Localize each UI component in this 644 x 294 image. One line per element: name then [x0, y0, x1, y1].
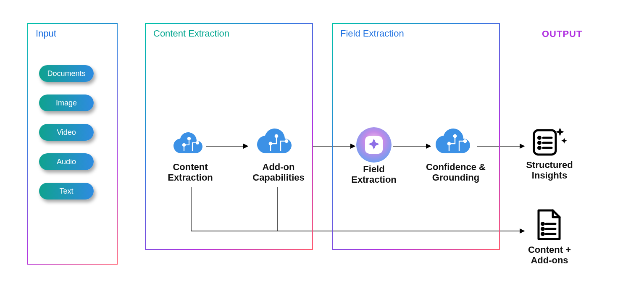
svg-point-7	[183, 144, 185, 146]
content-extraction-node-label: Content Extraction	[163, 162, 218, 183]
svg-point-13	[454, 135, 456, 137]
svg-point-27	[542, 233, 544, 235]
cloud-ai-icon	[172, 130, 206, 160]
field-extraction-title: Field Extraction	[340, 28, 404, 39]
sparkle-orb-icon	[355, 126, 393, 164]
input-chip-audio: Audio	[39, 153, 94, 170]
svg-point-14	[464, 140, 466, 142]
input-chip-documents: Documents	[39, 65, 94, 82]
cloud-ai-icon	[256, 126, 296, 160]
confidence-grounding-node-label: Confidence & Grounding	[424, 162, 487, 183]
svg-point-15	[448, 142, 450, 145]
svg-point-23	[542, 223, 544, 225]
input-panel: Input	[27, 23, 118, 265]
svg-point-9	[285, 140, 288, 142]
content-addons-label: Content + Add-ons	[524, 244, 575, 266]
input-panel-title: Input	[36, 28, 56, 39]
content-extraction-title: Content Extraction	[153, 28, 229, 39]
svg-point-6	[196, 142, 199, 144]
field-extraction-node-label: Field Extraction	[349, 164, 399, 185]
output-label: OUTPUT	[542, 29, 582, 39]
svg-point-19	[539, 142, 541, 144]
svg-point-5	[188, 137, 190, 140]
structured-insights-icon	[531, 125, 568, 159]
svg-point-17	[539, 137, 541, 139]
input-chip-text: Text	[39, 183, 94, 200]
input-chip-image: Image	[39, 94, 94, 111]
document-list-icon	[533, 208, 566, 244]
svg-point-10	[269, 142, 272, 145]
cloud-ai-icon	[435, 126, 475, 160]
input-chip-video: Video	[39, 124, 94, 141]
addon-caps-node-label: Add-on Capabilities	[251, 162, 306, 183]
svg-point-21	[539, 147, 541, 149]
svg-point-8	[275, 135, 278, 137]
structured-insights-label: Structured Insights	[524, 160, 575, 181]
svg-point-25	[542, 228, 544, 230]
